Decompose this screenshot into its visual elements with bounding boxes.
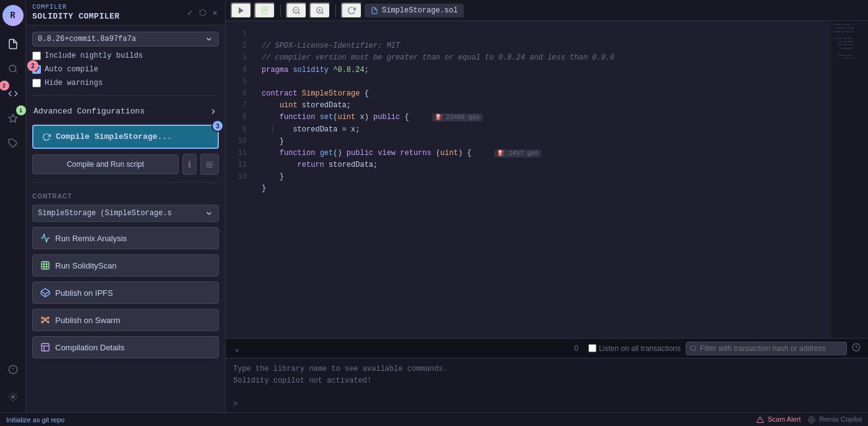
script-info-button[interactable]: ℹ — [182, 154, 197, 175]
compile-refresh-icon — [42, 133, 51, 141]
code-editor[interactable]: 1 2 3 4 5 6 7 8 9 10 11 12 13 // SPDX-Li… — [226, 21, 868, 338]
run-tab-button[interactable] — [231, 2, 252, 19]
address-icon — [260, 6, 269, 15]
sidebar-item-compiler[interactable]: 2 — [2, 83, 24, 104]
filter-input[interactable] — [686, 342, 847, 355]
copilot-text: Remix Copilot — [820, 415, 862, 423]
auto-compile-label: Auto compile — [45, 65, 98, 74]
include-nightly-checkbox[interactable] — [32, 51, 41, 60]
zoom-out-button[interactable] — [286, 2, 307, 19]
contract-dropdown[interactable]: SimpleStorage (SimpleStorage.s — [32, 205, 219, 222]
git-init-label[interactable]: Initialize as git repo — [6, 416, 64, 424]
compile-btn-label: Compile SimpleStorage... — [56, 132, 172, 141]
svg-line-20 — [43, 321, 45, 322]
publish-swarm-label: Publish on Swarm — [55, 316, 120, 325]
separator-2 — [32, 182, 219, 183]
solidity-scan-icon — [40, 260, 50, 270]
svg-rect-5 — [42, 262, 49, 269]
sidebar-content: 0.8.26+commit.8a97fa7a Include nightly b… — [26, 25, 225, 365]
tab-divider-2 — [335, 4, 336, 17]
line-numbers: 1 2 3 4 5 6 7 8 9 10 11 12 13 — [226, 21, 252, 338]
sidebar-header-icons: ✓ ⬡ ✕ — [186, 6, 219, 19]
refresh-button[interactable] — [341, 2, 362, 19]
contract-section-label: CONTRACT — [32, 193, 219, 200]
hide-warnings-checkbox[interactable] — [32, 79, 41, 87]
svg-line-28 — [298, 12, 300, 14]
sidebar-item-deploy[interactable]: 1 — [2, 108, 24, 129]
minimap-content: // SPDX-License // compiler version prag… — [831, 21, 868, 73]
compile-btn-wrapper: Compile SimpleStorage... 3 — [32, 125, 219, 149]
status-bar-right: Scam Alert Remix Copilot — [756, 415, 862, 424]
run-remix-analysis-label: Run Remix Analysis — [55, 234, 127, 243]
file-icon — [371, 7, 378, 14]
sidebar-item-debug[interactable] — [2, 359, 24, 380]
zoom-out-icon — [292, 6, 301, 15]
swarm-icon — [40, 315, 50, 325]
icon-bar: R 2 1 — [0, 0, 26, 412]
listen-checkbox[interactable] — [588, 344, 596, 352]
tx-count: 0 — [569, 343, 583, 354]
compile-run-button[interactable]: Compile and Run script — [32, 154, 179, 174]
expand-bottom-icon[interactable]: ⌄ — [233, 342, 241, 355]
svg-point-34 — [691, 345, 696, 350]
svg-line-31 — [322, 12, 324, 14]
compilation-details-label: Compilation Details — [55, 343, 125, 352]
compile-badge-3: 3 — [211, 120, 224, 132]
compilation-details-button[interactable]: Compilation Details — [32, 336, 219, 358]
script-copy-button[interactable]: ⊞ — [200, 154, 219, 175]
console-line-1: Type the library name to see available c… — [233, 363, 861, 375]
compile-run-row: Compile and Run script ℹ ⊞ — [32, 154, 219, 175]
checkmark-icon[interactable]: ✓ — [186, 6, 193, 19]
run-remix-analysis-button[interactable]: Run Remix Analysis — [32, 227, 219, 249]
info-icon: ℹ — [188, 159, 191, 169]
file-tab-label: SimpleStorage.sol — [382, 6, 458, 15]
refresh-icon — [347, 6, 356, 15]
compiler-sub-label: COMPILER — [32, 4, 120, 11]
sidebar-item-files[interactable] — [2, 33, 24, 55]
svg-point-0 — [9, 65, 16, 72]
file-tab[interactable]: SimpleStorage.sol — [365, 4, 464, 17]
svg-rect-22 — [42, 344, 49, 351]
close-panel-icon[interactable]: ✕ — [211, 6, 219, 19]
tab-divider — [280, 4, 281, 17]
hide-warnings-label: Hide warnings — [45, 79, 103, 87]
sidebar-item-search[interactable] — [2, 58, 24, 79]
dropdown-chevron-icon — [205, 35, 213, 43]
include-nightly-builds-row: Include nightly builds — [32, 51, 219, 60]
svg-line-21 — [43, 318, 45, 319]
code-content[interactable]: // SPDX-License-Identifier: MIT // compi… — [252, 21, 831, 338]
publish-ipfs-button[interactable]: Publish on IPFS — [32, 282, 219, 304]
compile-button[interactable]: Compile SimpleStorage... — [32, 125, 219, 149]
svg-marker-25 — [239, 7, 244, 14]
sidebar-item-settings[interactable] — [2, 386, 24, 407]
address-tab-button[interactable] — [254, 2, 275, 19]
editor-area: SimpleStorage.sol 1 2 3 4 5 6 7 8 9 10 1… — [226, 0, 868, 412]
ipfs-icon — [40, 288, 50, 298]
run-solidity-scan-button[interactable]: Run SolidityScan — [32, 254, 219, 277]
zoom-in-button[interactable] — [309, 2, 330, 19]
listen-label: Listen on all transactions — [599, 344, 681, 353]
filter-search-icon — [689, 345, 697, 352]
hide-warnings-row: Hide warnings — [32, 79, 219, 87]
contract-chevron-icon — [205, 209, 213, 218]
app-logo[interactable]: R — [2, 5, 24, 26]
compiler-version-dropdown[interactable]: 0.8.26+commit.8a97fa7a — [32, 32, 219, 47]
svg-point-26 — [264, 9, 266, 11]
publish-swarm-button[interactable]: Publish on Swarm — [32, 309, 219, 331]
console-content: Type the library name to see available c… — [226, 358, 868, 396]
copilot-label[interactable]: Remix Copilot — [808, 415, 862, 424]
svg-point-12 — [45, 319, 46, 321]
filter-wrap — [686, 342, 847, 355]
compiler-badge: 2 — [0, 81, 9, 91]
advanced-configurations-label: Advanced Configurations — [33, 107, 144, 116]
copilot-icon — [808, 416, 815, 424]
advanced-configurations-row[interactable]: Advanced Configurations — [32, 103, 219, 120]
expand-icon[interactable]: ⬡ — [198, 6, 208, 19]
prompt-symbol: > — [233, 400, 237, 409]
svg-point-4 — [12, 396, 14, 398]
sidebar-item-plugins[interactable] — [2, 133, 24, 154]
svg-line-35 — [694, 350, 696, 351]
scam-alert-link[interactable]: Scam Alert — [756, 415, 800, 424]
clock-button[interactable] — [852, 343, 861, 354]
bottom-toolbar: ⌄ 0 Listen on all transactions — [226, 339, 868, 358]
